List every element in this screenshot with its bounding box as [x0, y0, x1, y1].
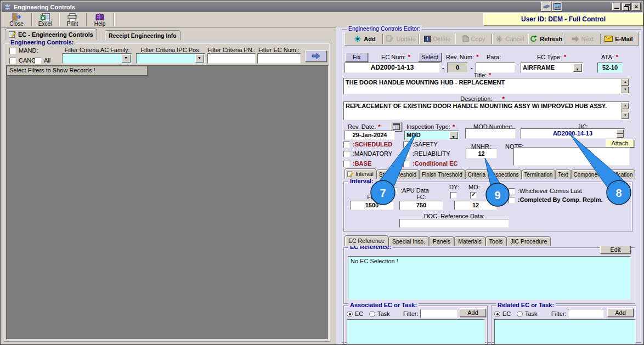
- associated-add-button[interactable]: Add: [460, 308, 486, 317]
- inspection-type-select[interactable]: MOD: [404, 131, 459, 140]
- rev-date-field[interactable]: 29-Jan-2024: [344, 131, 395, 140]
- tab-start-threshold[interactable]: Start Threshold: [376, 169, 419, 179]
- delete-button[interactable]: Delete: [420, 36, 455, 42]
- attach-button[interactable]: Attach: [606, 139, 634, 148]
- doc-reference-input[interactable]: [399, 219, 509, 228]
- jic-field[interactable]: AD2000-14-13: [521, 128, 625, 139]
- conditional-ec-checkbox[interactable]: [403, 161, 410, 167]
- canc-checkbox[interactable]: [9, 58, 16, 64]
- whichever-comes-last-checkbox[interactable]: [509, 188, 515, 195]
- all-checkbox[interactable]: [35, 58, 41, 64]
- select-button[interactable]: Select: [418, 53, 442, 62]
- fh-field[interactable]: 1500: [350, 201, 394, 210]
- related-list[interactable]: [494, 319, 635, 344]
- tab-tools[interactable]: Tools: [485, 236, 507, 246]
- mo-value-field[interactable]: 12: [454, 201, 497, 210]
- associated-list[interactable]: [347, 319, 485, 344]
- close-button[interactable]: Close: [4, 13, 29, 27]
- tab-ec-reference[interactable]: EC Reference: [344, 235, 388, 246]
- tab-interval[interactable]: Interval: [344, 168, 376, 179]
- photo-icon-button[interactable]: [552, 2, 562, 12]
- scheduled-checkbox[interactable]: [343, 142, 350, 148]
- scroll-down-icon[interactable]: [622, 112, 629, 119]
- tab-ec-engineering-controls[interactable]: EC - Engineering Controls: [5, 29, 97, 40]
- mo-checkbox[interactable]: [470, 192, 477, 199]
- tab-text[interactable]: Text: [555, 169, 570, 179]
- conditional-ec-label: :Conditional EC: [413, 160, 458, 167]
- safety-checkbox[interactable]: [403, 142, 410, 148]
- scroll-up-icon[interactable]: [622, 79, 629, 86]
- update-button[interactable]: Update: [383, 35, 419, 42]
- print-button[interactable]: Print: [60, 13, 85, 27]
- associated-filter-input[interactable]: [420, 309, 457, 318]
- tab-panels[interactable]: Panels: [429, 236, 454, 246]
- reliability-checkbox[interactable]: [403, 151, 410, 157]
- cancel-button[interactable]: Cancel: [493, 35, 528, 43]
- scroll-up-icon[interactable]: [617, 129, 624, 134]
- tab-jic-procedure[interactable]: JIC Procedure: [506, 236, 551, 246]
- ec-reference-content[interactable]: No EC Selection !: [348, 256, 631, 300]
- filter-pn-label: Filter Criteria PN.:: [207, 47, 256, 53]
- filter-ac-family-select[interactable]: [62, 53, 132, 64]
- restore-button[interactable]: [622, 3, 631, 10]
- fc-label: FC:: [399, 194, 443, 200]
- jic-spinner[interactable]: [617, 129, 624, 138]
- description-textarea[interactable]: REPLACEMENT OF EXISTING DOOR HANDLE MOUN…: [343, 101, 630, 120]
- mandatory-checkbox[interactable]: [343, 151, 350, 157]
- tab-materials[interactable]: Materials: [454, 236, 485, 246]
- dropdown-arrow-icon[interactable]: [122, 54, 131, 63]
- next-button[interactable]: Next: [565, 36, 600, 42]
- tab-receipt-engineering-info[interactable]: Receipt Engineering Info: [105, 30, 180, 40]
- dropdown-arrow-icon[interactable]: [195, 54, 204, 63]
- fix-button[interactable]: Fix: [345, 53, 368, 62]
- scroll-down-icon[interactable]: [617, 134, 624, 138]
- notepad-pencil-icon: [9, 31, 16, 38]
- related-task-radio[interactable]: [517, 311, 523, 317]
- mnhr-field[interactable]: 12: [466, 149, 497, 159]
- add-button[interactable]: Add: [347, 35, 382, 43]
- mand-checkbox[interactable]: [9, 48, 16, 54]
- filter-pn-input[interactable]: [207, 53, 256, 64]
- base-checkbox[interactable]: [343, 161, 350, 167]
- apply-filters-button[interactable]: [305, 50, 327, 62]
- help-button[interactable]: Help: [87, 13, 112, 27]
- description-scrollbar[interactable]: [621, 103, 629, 119]
- tab-criteria[interactable]: Criteria: [465, 169, 488, 179]
- title-textarea[interactable]: THE DOOR HANDLE MOUNTING HUB - REPLACEME…: [343, 78, 630, 94]
- related-filter-input[interactable]: [568, 309, 604, 318]
- related-group-title: Related EC or Task:: [496, 302, 556, 309]
- associated-task-radio[interactable]: [369, 311, 375, 317]
- refresh-button[interactable]: Refresh: [529, 35, 564, 42]
- records-area[interactable]: Select Filters to Show Records !: [6, 65, 329, 340]
- dropdown-arrow-icon[interactable]: [449, 132, 458, 139]
- fc-field[interactable]: 750: [399, 201, 443, 210]
- associated-ec-radio[interactable]: [347, 311, 353, 317]
- scroll-up-icon[interactable]: [622, 103, 629, 109]
- excel-button[interactable]: Excel: [32, 13, 58, 27]
- copy-button[interactable]: Copy: [456, 35, 491, 42]
- note-textarea[interactable]: [513, 147, 630, 166]
- tab-finish-threshold[interactable]: Finish Threshold: [419, 169, 465, 179]
- aircraft-icon-button[interactable]: [541, 2, 551, 12]
- dropdown-arrow-icon[interactable]: [573, 64, 582, 72]
- tab-inspections[interactable]: Inspections: [488, 169, 522, 179]
- dy-checkbox[interactable]: [450, 192, 457, 199]
- edit-button[interactable]: Edit: [600, 246, 631, 254]
- scroll-down-icon[interactable]: [622, 87, 629, 93]
- minimize-button[interactable]: [612, 3, 621, 10]
- tab-special-insp[interactable]: Special Insp.: [388, 236, 429, 246]
- user-id-badge: User ID: DEM - Full Control: [483, 13, 643, 26]
- tab-termination[interactable]: Termination: [522, 169, 556, 179]
- add-spark-icon: [354, 35, 361, 43]
- close-window-button[interactable]: [632, 3, 641, 10]
- mod-number-input[interactable]: [465, 128, 516, 139]
- title-scrollbar[interactable]: [621, 79, 629, 93]
- email-button[interactable]: E-Mail: [601, 36, 636, 42]
- tab-component-modification[interactable]: Component Modification: [571, 169, 636, 179]
- related-add-button[interactable]: Add: [607, 308, 634, 317]
- filter-ec-num-input[interactable]: [257, 53, 301, 64]
- titlebar-tool-buttons: [541, 2, 562, 12]
- completed-by-comp-replm-checkbox[interactable]: [509, 197, 515, 203]
- filter-ipc-pos-select[interactable]: [136, 53, 205, 64]
- related-ec-radio[interactable]: [494, 311, 500, 317]
